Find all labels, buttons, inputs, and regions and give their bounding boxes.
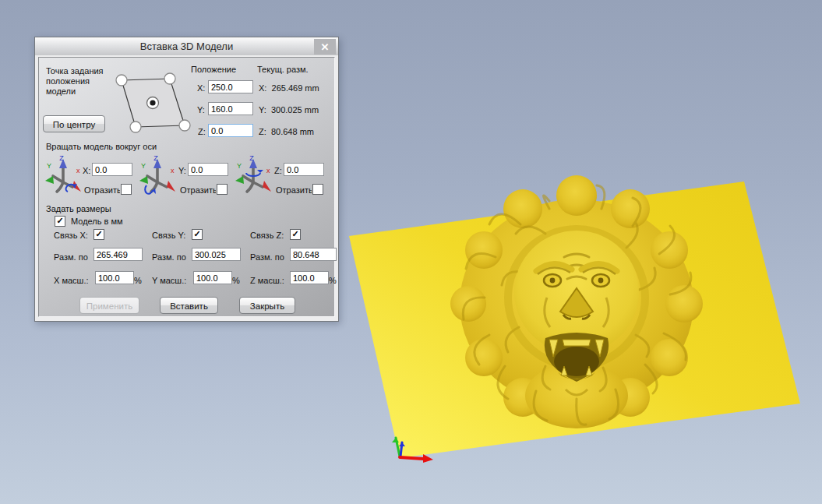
cur-x-text: X: 265.469 mm: [259, 83, 319, 93]
size-y-label: Разм. по: [152, 252, 186, 262]
close-icon: ✕: [321, 41, 330, 53]
position-header: Положение: [191, 65, 236, 74]
rotation-header: Вращать модель вокруг оси: [46, 142, 157, 151]
scale-z-label: Z масш.:: [250, 276, 284, 285]
check-icon: ✓: [291, 229, 298, 238]
link-x-label: Связь X:: [54, 231, 88, 240]
dialog-title: Вставка 3D Модели: [140, 41, 233, 52]
apply-button[interactable]: Применить: [79, 297, 139, 314]
mirror-z-checkbox[interactable]: [312, 184, 323, 195]
size-z-label: Разм. по: [250, 252, 284, 262]
check-icon: ✓: [95, 229, 102, 238]
y-axis-label: Y: [47, 162, 51, 170]
current-size-header: Текущ. разм.: [257, 65, 309, 74]
y-axis-label: Y: [237, 162, 242, 170]
cur-y-text: Y: 300.025 mm: [259, 105, 319, 115]
anchor-description: Точка задания положения модели: [46, 66, 118, 97]
close-dialog-button[interactable]: Закрыть: [239, 297, 295, 314]
size-x-label: Разм. по: [54, 252, 88, 262]
dialog-content: Точка задания положения модели По центру…: [38, 57, 335, 317]
position-anchor-widget[interactable]: [109, 69, 195, 139]
model-mm-label: Модель в мм: [71, 217, 123, 226]
cur-z-text: Z: 80.648 mm: [259, 127, 314, 136]
rotate-z-axes-icon: Z Y x: [233, 153, 272, 196]
mirror-z-label: Отразить: [276, 185, 312, 195]
pos-y-input[interactable]: [208, 102, 253, 115]
scale-y-input[interactable]: [193, 271, 232, 284]
pos-x-input[interactable]: [208, 80, 253, 93]
rot-x-input[interactable]: [92, 163, 132, 176]
mirror-y-label: Отразить: [180, 185, 216, 195]
rot-z-input[interactable]: [284, 163, 324, 176]
pos-z-label: Z:: [198, 127, 206, 136]
pos-z-input[interactable]: [208, 124, 253, 137]
y-axis-label: Y: [141, 162, 146, 170]
x-axis-label: x: [171, 167, 175, 174]
scale-x-input[interactable]: [95, 271, 134, 284]
rot-x-label: X:: [83, 166, 90, 175]
scale-y-percent: %: [232, 276, 240, 285]
rotate-y-axes-icon: Z Y x: [137, 153, 176, 196]
mirror-x-label: Отразить: [84, 185, 120, 195]
model-mm-checkbox[interactable]: ✓: [55, 216, 65, 227]
x-axis-label: x: [266, 167, 270, 174]
rot-y-input[interactable]: [188, 163, 228, 176]
center-button[interactable]: По центру: [43, 115, 105, 132]
size-x-input[interactable]: [93, 248, 143, 261]
sizes-header: Задать размеры: [46, 204, 111, 213]
dialog-titlebar[interactable]: Вставка 3D Модели ✕: [35, 37, 338, 55]
insert-3d-model-dialog: Вставка 3D Модели ✕ Точка задания положе…: [34, 37, 339, 322]
rot-y-label: Y:: [178, 166, 186, 175]
mirror-x-checkbox[interactable]: [121, 184, 132, 195]
insert-button[interactable]: Вставить: [160, 297, 218, 314]
close-button[interactable]: ✕: [314, 39, 336, 55]
link-y-checkbox[interactable]: ✓: [192, 229, 203, 240]
link-x-checkbox[interactable]: ✓: [93, 229, 104, 240]
rotate-x-axes-icon: Z Y x: [43, 153, 82, 196]
scale-x-percent: %: [134, 276, 142, 285]
size-y-input[interactable]: [192, 248, 241, 261]
link-z-checkbox[interactable]: ✓: [290, 229, 301, 240]
scale-y-label: Y масш.:: [152, 276, 186, 285]
rot-z-label: Z:: [274, 166, 282, 175]
link-z-label: Связь Z:: [250, 231, 284, 240]
pos-x-label: X:: [197, 83, 205, 93]
scale-x-label: X масш.:: [54, 276, 89, 285]
size-z-input[interactable]: [290, 248, 337, 261]
x-axis-label: x: [76, 167, 80, 174]
check-icon: ✓: [193, 229, 200, 238]
anchor-center-selected: [147, 97, 159, 109]
scale-z-input[interactable]: [290, 271, 329, 284]
link-y-label: Связь Y:: [152, 231, 185, 240]
mirror-y-checkbox[interactable]: [217, 184, 228, 195]
check-icon: ✓: [56, 216, 63, 225]
pos-y-label: Y:: [197, 105, 205, 115]
scale-z-percent: %: [329, 276, 337, 285]
